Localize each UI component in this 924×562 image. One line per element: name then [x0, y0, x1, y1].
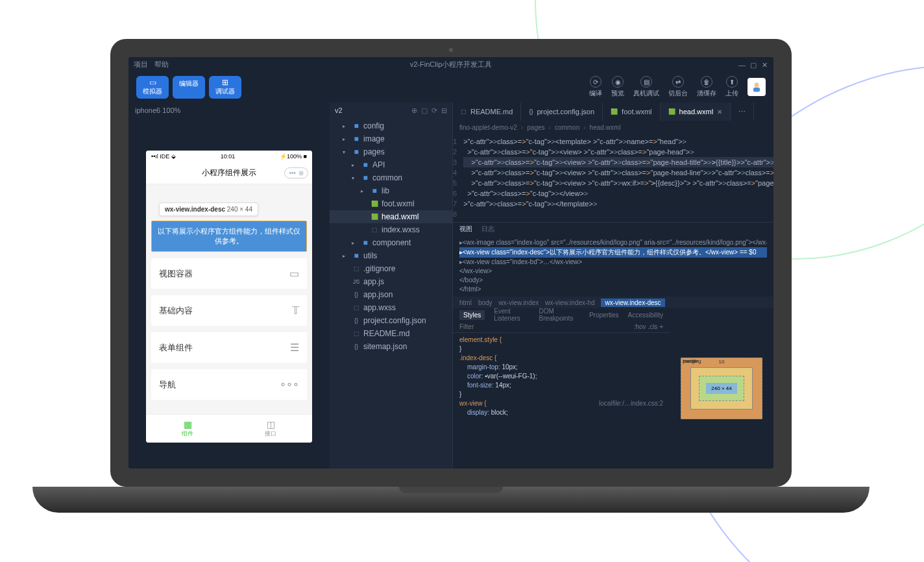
styles-tab-4[interactable]: Accessibility	[628, 312, 663, 319]
code-line-5[interactable]: >"c-attr">>class>=>"c-tag">><view> >"c-a…	[463, 178, 773, 188]
styles-rules[interactable]: element.style {}.index-desc {</span>marg…	[453, 333, 670, 420]
tree-item-README.md[interactable]: ⬚README.md	[330, 327, 452, 340]
code-line-8[interactable]	[463, 209, 773, 219]
toolbar-btn-上传[interactable]: ⬆上传	[725, 76, 738, 98]
phone-menu-item-2[interactable]: 表单组件☰	[151, 332, 307, 363]
code-line-4[interactable]: >"c-attr">>class>=>"c-tag">><view> >"c-a…	[463, 167, 773, 178]
collapse-icon[interactable]: ⊟	[441, 106, 447, 115]
close-icon[interactable]: ✕	[762, 61, 768, 67]
dom-path-4[interactable]: wx-view.index-desc	[601, 299, 664, 307]
styles-filter-input[interactable]	[459, 323, 629, 330]
phone-menu-item-0[interactable]: 视图容器▭	[151, 258, 307, 289]
tree-item-sitemap.json[interactable]: {}sitemap.json	[330, 340, 452, 353]
styles-tab-2[interactable]: DOM Breakpoints	[539, 308, 580, 322]
styles-filter-right[interactable]: :hov .cls +	[634, 323, 663, 330]
toolbar-btn-预览[interactable]: ◉预览	[611, 76, 624, 98]
maximize-icon[interactable]: ▢	[750, 61, 757, 67]
new-file-icon[interactable]: ⊕	[411, 106, 417, 115]
user-avatar[interactable]	[748, 78, 766, 96]
editor-tab-3[interactable]: 🟩head.wxml✕	[661, 103, 731, 121]
breadcrumb-item[interactable]: pages	[527, 124, 544, 131]
breadcrumb-item[interactable]: fino-applet-demo-v2	[459, 124, 517, 131]
phone-menu-item-3[interactable]: 导航∘∘∘	[151, 369, 307, 400]
breadcrumb-sep: ›	[549, 124, 551, 131]
dom-row-2[interactable]: ▸<wx-view class="index-bd">…</wx-view>	[459, 258, 767, 267]
editor-tab-0[interactable]: ⬚README.md	[453, 103, 521, 121]
dom-path-2[interactable]: wx-view.index	[499, 299, 539, 306]
editor-tab-1[interactable]: {}project.config.json	[521, 103, 603, 121]
devtools-dom[interactable]: ▸<wx-image class="index-logo" src="../re…	[453, 236, 773, 297]
tree-item-head.wxml[interactable]: 🟩head.wxml	[330, 210, 452, 223]
dom-row-4[interactable]: </body>	[459, 276, 767, 285]
phone-capsule[interactable]: ••• ⊗	[284, 167, 308, 178]
code-line-1[interactable]: >"c-attr">>class>=>"c-tag">><template> >…	[463, 136, 773, 147]
tabs-more-icon[interactable]: ⋯	[731, 103, 754, 121]
phone-tab-1[interactable]: ◫接口	[229, 415, 312, 443]
tree-item-pages[interactable]: ▾■pages	[330, 145, 452, 158]
dom-row-5[interactable]: </html>	[459, 285, 767, 294]
tree-label: lib	[382, 186, 389, 195]
breadcrumb-item[interactable]: common	[555, 124, 579, 131]
folder-icon: ■	[352, 134, 361, 143]
toolbar: ▭模拟器编辑器⊞调试器 ⟳编译◉预览▤真机调试⇄切后台🗑清缓存⬆上传	[128, 71, 773, 103]
dom-row-1[interactable]: ▸<wx-view class="index-desc">以下将展示小程序官方组…	[459, 247, 767, 258]
minimize-icon[interactable]: —	[738, 61, 745, 67]
tree-item-component[interactable]: ▸■component	[330, 236, 452, 249]
toolbar-btn-切后台[interactable]: ⇄切后台	[668, 76, 688, 98]
tree-label: sitemap.json	[363, 342, 407, 351]
code-editor[interactable]: 12345678 >"c-attr">>class>=>"c-tag">><te…	[453, 134, 773, 222]
tree-item-app.js[interactable]: JSapp.js	[330, 275, 452, 288]
menu-icon: ▭	[289, 267, 299, 280]
phone-tab-0[interactable]: ▦组件	[146, 415, 229, 443]
toolbtn-icon: ◉	[612, 76, 624, 88]
tree-item-index.wxss[interactable]: ⬚index.wxss	[330, 223, 452, 236]
dt-top-tab-0[interactable]: 视图	[459, 225, 472, 234]
code-line-7[interactable]: >"c-attr">>class>=>"c-tag">></template>>	[463, 199, 773, 209]
tree-item-lib[interactable]: ▸■lib	[330, 184, 452, 197]
toolbar-pill-2[interactable]: ⊞调试器	[209, 76, 241, 99]
toolbar-btn-编译[interactable]: ⟳编译	[589, 76, 602, 98]
dt-top-tab-1[interactable]: 日志	[481, 225, 494, 234]
new-folder-icon[interactable]: ▢	[421, 106, 428, 115]
tree-item-common[interactable]: ▾■common	[330, 171, 452, 184]
phone-menu-item-1[interactable]: 基础内容𝕋	[151, 295, 307, 326]
tree-item-utils[interactable]: ▸■utils	[330, 249, 452, 262]
dom-path-0[interactable]: html	[459, 299, 472, 306]
tree-item-app.json[interactable]: {}app.json	[330, 288, 452, 301]
dom-path-1[interactable]: body	[478, 299, 492, 306]
dom-row-0[interactable]: ▸<wx-image class="index-logo" src="../re…	[459, 238, 767, 247]
dom-row-3[interactable]: </wx-view>	[459, 267, 767, 276]
tree-item-.gitignore[interactable]: ⬚.gitignore	[330, 262, 452, 275]
tab-close-icon[interactable]: ✕	[717, 108, 722, 116]
file-icon: ⬚	[370, 226, 379, 233]
styles-tab-3[interactable]: Properties	[589, 312, 619, 319]
inspected-element[interactable]: 以下将展示小程序官方组件能力，组件样式仅供参考。	[151, 221, 307, 252]
tree-arrow-icon: ▸	[343, 123, 349, 129]
refresh-icon[interactable]: ⟳	[432, 106, 437, 115]
tree-item-image[interactable]: ▸■image	[330, 132, 452, 145]
menu-help[interactable]: 帮助	[154, 60, 169, 69]
tree-label: pages	[363, 147, 385, 156]
code-line-3[interactable]: >"c-attr">>class>=>"c-tag">><view> >"c-a…	[463, 157, 773, 167]
toolbar-btn-真机调试[interactable]: ▤真机调试	[633, 76, 659, 98]
tree-item-config[interactable]: ▸■config	[330, 119, 452, 132]
project-root[interactable]: v2	[335, 106, 343, 114]
tree-label: utils	[363, 251, 377, 260]
styles-tab-0[interactable]: Styles	[459, 310, 485, 320]
tree-item-API[interactable]: ▸■API	[330, 158, 452, 171]
toolbar-btn-清缓存[interactable]: 🗑清缓存	[697, 76, 716, 98]
editor-tab-2[interactable]: 🟩foot.wxml	[603, 103, 660, 121]
tree-item-foot.wxml[interactable]: 🟩foot.wxml	[330, 197, 452, 210]
breadcrumb-item[interactable]: head.wxml	[590, 124, 621, 131]
code-line-6[interactable]: >"c-attr">>class>=>"c-tag">></view>>	[463, 188, 773, 199]
menu-project[interactable]: 项目	[134, 60, 148, 69]
dom-path-3[interactable]: wx-view.index-hd	[545, 299, 594, 306]
toolbar-pill-1[interactable]: 编辑器	[173, 76, 205, 99]
tree-item-app.wxss[interactable]: ⬚app.wxss	[330, 301, 452, 314]
tree-item-project.config.json[interactable]: {}project.config.json	[330, 314, 452, 327]
toolbar-pill-0[interactable]: ▭模拟器	[136, 76, 169, 99]
styles-tab-1[interactable]: Event Listeners	[494, 308, 529, 322]
titlebar: 项目 帮助 v2-FinClip小程序开发工具 — ▢ ✕	[128, 57, 773, 71]
code-line-2[interactable]: >"c-attr">>class>=>"c-tag">><view> >"c-a…	[463, 147, 773, 157]
tab-icon: 🟩	[668, 108, 675, 115]
